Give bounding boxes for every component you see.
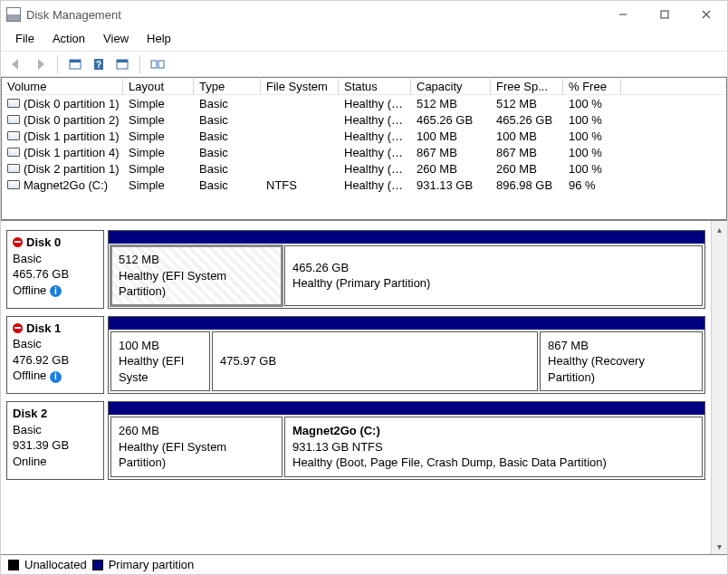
table-row[interactable]: (Disk 0 partition 1)SimpleBasicHealthy (…: [2, 95, 726, 111]
svg-rect-8: [158, 61, 164, 68]
partition-d2p1[interactable]: Magnet2Go (C:) 931.13 GB NTFS Healthy (B…: [284, 417, 703, 477]
partition-d0p1[interactable]: 465.26 GB Healthy (Primary Partition): [284, 245, 703, 306]
table-row[interactable]: (Disk 0 partition 2)SimpleBasicHealthy (…: [2, 111, 726, 128]
partition-d2p0[interactable]: 260 MB Healthy (EFI System Partition): [110, 417, 283, 477]
col-status[interactable]: Status: [339, 79, 411, 94]
partition-size: 931.13 GB NTFS: [292, 439, 694, 455]
back-button[interactable]: [6, 54, 26, 74]
svg-rect-2: [70, 60, 81, 62]
disk-info-2[interactable]: Disk 2 Basic 931.39 GB Online: [6, 401, 104, 480]
disk-type: Basic: [13, 422, 98, 438]
svg-rect-6: [117, 60, 128, 62]
disk-row-2: Disk 2 Basic 931.39 GB Online 260 MB Hea…: [6, 401, 705, 480]
disk-name: Disk 2: [13, 406, 47, 422]
volume-icon: [7, 99, 20, 108]
volume-icon: [7, 148, 20, 157]
partition-name: Magnet2Go (C:): [292, 423, 694, 439]
partition-size: 512 MB: [119, 252, 274, 268]
svg-rect-0: [661, 11, 668, 18]
menu-file[interactable]: File: [8, 30, 42, 47]
col-type[interactable]: Type: [194, 79, 261, 94]
disk-name: Disk 0: [26, 235, 61, 251]
col-layout[interactable]: Layout: [123, 79, 194, 94]
settings-button[interactable]: [112, 54, 132, 74]
disk-bay-1: 100 MB Healthy (EFI Syste 475.97 GB 867 …: [108, 316, 705, 395]
error-icon: [13, 237, 23, 247]
partition-status: Healthy (EFI System Partition): [119, 268, 274, 300]
table-row[interactable]: (Disk 2 partition 1)SimpleBasicHealthy (…: [2, 160, 726, 177]
menu-view[interactable]: View: [96, 30, 136, 47]
table-row[interactable]: (Disk 1 partition 1)SimpleBasicHealthy (…: [2, 128, 726, 144]
disk-graphical-pane: Disk 0 Basic 465.76 GB Offline i 512 MB …: [1, 220, 727, 554]
disk-name: Disk 1: [26, 321, 61, 337]
partition-status: Healthy (EFI Syste: [119, 353, 202, 385]
swatch-unallocated: [8, 560, 19, 570]
minimize-button[interactable]: [602, 1, 644, 28]
volume-icon: [7, 164, 20, 173]
info-icon[interactable]: i: [50, 371, 62, 383]
partition-d1p0[interactable]: 100 MB Healthy (EFI Syste: [110, 331, 210, 392]
toolbar: ?: [1, 52, 727, 77]
disk-bay-2: 260 MB Healthy (EFI System Partition) Ma…: [108, 401, 705, 480]
partition-status: Healthy (Boot, Page File, Crash Dump, Ba…: [292, 455, 694, 471]
menu-action[interactable]: Action: [45, 30, 92, 47]
disk-state: Offline: [13, 369, 46, 382]
titlebar: Disk Management: [1, 1, 727, 28]
forward-button[interactable]: [30, 54, 50, 74]
bay-stripe: [109, 317, 704, 330]
refresh-button[interactable]: [65, 54, 85, 74]
partition-d0p0[interactable]: 512 MB Healthy (EFI System Partition): [110, 245, 283, 306]
menubar: File Action View Help: [1, 28, 727, 52]
partition-size: 475.97 GB: [220, 353, 530, 369]
partition-status: Healthy (Recovery Partition): [548, 353, 694, 385]
disk-bay-0: 512 MB Healthy (EFI System Partition) 46…: [108, 230, 705, 309]
disk-info-0[interactable]: Disk 0 Basic 465.76 GB Offline i: [6, 230, 104, 309]
disk-size: 465.76 GB: [13, 266, 98, 283]
partition-d1p2[interactable]: 867 MB Healthy (Recovery Partition): [540, 331, 703, 392]
svg-text:?: ?: [96, 60, 101, 70]
maximize-button[interactable]: [644, 1, 685, 28]
menu-help[interactable]: Help: [139, 30, 178, 47]
swatch-primary: [92, 560, 103, 570]
disk-size: 476.92 GB: [13, 352, 98, 369]
col-extra[interactable]: [621, 85, 726, 87]
col-capacity[interactable]: Capacity: [411, 79, 491, 94]
bay-stripe: [109, 402, 704, 415]
bay-stripe: [109, 231, 704, 244]
disk-management-icon: [6, 7, 21, 22]
col-pct[interactable]: % Free: [563, 79, 621, 94]
volume-icon: [7, 180, 20, 189]
legend-primary-label: Primary partition: [109, 558, 195, 571]
help-button[interactable]: ?: [89, 54, 109, 74]
toolbar-separator: [139, 55, 140, 73]
col-volume[interactable]: Volume: [2, 79, 123, 94]
disk-type: Basic: [13, 336, 98, 352]
legend-bar: Unallocated Primary partition: [1, 554, 727, 574]
svg-rect-7: [151, 61, 157, 68]
col-filesystem[interactable]: File System: [261, 79, 339, 94]
disk-state: Online: [13, 454, 98, 470]
info-icon[interactable]: i: [50, 285, 62, 297]
partition-size: 867 MB: [548, 338, 694, 354]
scroll-up-icon[interactable]: ▴: [712, 221, 727, 237]
table-row[interactable]: (Disk 1 partition 4)SimpleBasicHealthy (…: [2, 144, 726, 160]
table-row[interactable]: Magnet2Go (C:)SimpleBasicNTFSHealthy (B.…: [2, 177, 726, 193]
partition-d1p1[interactable]: 475.97 GB: [212, 331, 538, 392]
error-icon: [13, 323, 23, 333]
volume-list-header[interactable]: Volume Layout Type File System Status Ca…: [2, 78, 726, 95]
partition-size: 100 MB: [119, 338, 202, 354]
list-view-button[interactable]: [148, 54, 168, 74]
partition-size: 465.26 GB: [292, 260, 694, 276]
partition-size: 260 MB: [119, 423, 274, 439]
disk-info-1[interactable]: Disk 1 Basic 476.92 GB Offline i: [6, 316, 104, 395]
window-title: Disk Management: [26, 8, 602, 22]
volume-icon: [7, 115, 20, 124]
disk-row-1: Disk 1 Basic 476.92 GB Offline i 100 MB …: [6, 316, 705, 395]
scroll-down-icon[interactable]: ▾: [712, 538, 727, 554]
disk-state: Offline: [13, 283, 46, 297]
col-free[interactable]: Free Sp...: [491, 79, 563, 94]
volume-list[interactable]: Volume Layout Type File System Status Ca…: [1, 77, 727, 220]
vertical-scrollbar[interactable]: ▴ ▾: [711, 221, 727, 554]
toolbar-separator: [57, 55, 58, 73]
close-button[interactable]: [685, 1, 727, 28]
